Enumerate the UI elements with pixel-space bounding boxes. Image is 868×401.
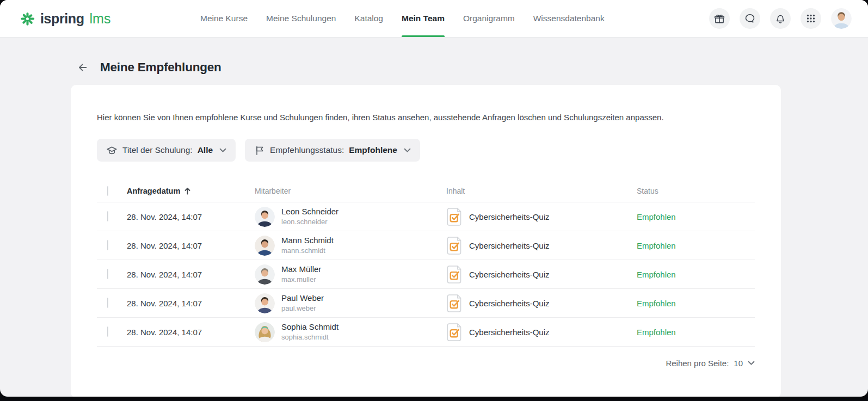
rows-per-page-label: Reihen pro Seite: bbox=[666, 359, 729, 368]
filter-label: Titel der Schulung: bbox=[122, 145, 193, 155]
logo-text: ispring bbox=[40, 11, 84, 27]
graduation-cap-icon bbox=[106, 145, 118, 156]
row-checkbox[interactable] bbox=[107, 269, 108, 279]
filters-row: Titel der Schulung:AlleEmpfehlungsstatus… bbox=[97, 139, 755, 162]
rows-per-page-control[interactable]: Reihen pro Seite: 10 bbox=[97, 359, 755, 368]
column-anfragedatum[interactable]: Anfragedatum bbox=[127, 187, 255, 195]
recommendations-table: Anfragedatum Mitarbeiter Inhalt Status 2… bbox=[97, 180, 755, 347]
filter-empfehlungsstatus[interactable]: Empfehlungsstatus:Empfohlene bbox=[245, 139, 420, 162]
request-date: 28. Nov. 2024, 14:07 bbox=[127, 299, 255, 308]
nav-item-meine-kurse[interactable]: Meine Kurse bbox=[200, 0, 248, 37]
status-label: Empfohlen bbox=[637, 241, 755, 250]
notifications-button[interactable] bbox=[770, 8, 791, 29]
row-checkbox[interactable] bbox=[107, 211, 108, 221]
nav-item-katalog[interactable]: Katalog bbox=[354, 0, 383, 37]
gift-icon bbox=[713, 13, 725, 24]
topbar-actions bbox=[709, 0, 852, 37]
content-title[interactable]: Cybersicherheits-Quiz bbox=[469, 328, 550, 337]
flag-icon bbox=[254, 145, 265, 156]
app-window: ispring lms Meine KurseMeine SchulungenK… bbox=[0, 0, 868, 397]
status-label: Empfohlen bbox=[637, 328, 755, 337]
back-arrow-icon bbox=[77, 61, 89, 73]
main-nav: Meine KurseMeine SchulungenKatalogMein T… bbox=[200, 0, 605, 37]
employee-username: sophia.schmidt bbox=[281, 333, 338, 342]
row-checkbox[interactable] bbox=[107, 326, 108, 337]
rows-per-page-value: 10 bbox=[734, 359, 743, 368]
user-avatar[interactable] bbox=[831, 8, 852, 29]
page-title: Meine Empfehlungen bbox=[100, 60, 221, 75]
select-all-checkbox[interactable] bbox=[107, 186, 108, 196]
content-title[interactable]: Cybersicherheits-Quiz bbox=[469, 270, 550, 279]
employee-avatar bbox=[255, 264, 275, 285]
column-status[interactable]: Status bbox=[637, 187, 755, 195]
employee-avatar bbox=[255, 236, 275, 256]
filter-titel-der-schulung[interactable]: Titel der Schulung:Alle bbox=[97, 139, 236, 162]
employee-name[interactable]: Mann Schmidt bbox=[281, 236, 334, 246]
content-title[interactable]: Cybersicherheits-Quiz bbox=[469, 212, 550, 221]
employee-avatar bbox=[255, 207, 275, 227]
status-label: Empfohlen bbox=[637, 299, 755, 308]
filter-label: Empfehlungsstatus: bbox=[270, 145, 344, 155]
bell-icon bbox=[774, 13, 786, 24]
filter-value: Alle bbox=[198, 145, 213, 155]
employee-username: paul.weber bbox=[281, 304, 324, 313]
row-checkbox[interactable] bbox=[107, 298, 108, 308]
back-button[interactable] bbox=[77, 61, 89, 73]
chat-icon bbox=[744, 13, 756, 24]
request-date: 28. Nov. 2024, 14:07 bbox=[127, 212, 255, 221]
content-title[interactable]: Cybersicherheits-Quiz bbox=[469, 241, 550, 250]
logo-suffix: lms bbox=[90, 11, 111, 27]
employee-username: leon.schneider bbox=[281, 218, 338, 226]
nav-item-organigramm[interactable]: Organigramm bbox=[463, 0, 515, 37]
quiz-document-icon bbox=[446, 294, 462, 312]
apps-button[interactable] bbox=[801, 8, 821, 29]
gift-button[interactable] bbox=[709, 8, 730, 29]
quiz-document-icon bbox=[446, 237, 462, 255]
chevron-down-icon bbox=[748, 361, 755, 366]
table-row: 28. Nov. 2024, 14:07Paul Weberpaul.weber… bbox=[97, 289, 755, 318]
content-title[interactable]: Cybersicherheits-Quiz bbox=[469, 299, 550, 308]
filter-value: Empfohlene bbox=[349, 145, 397, 155]
table-row: 28. Nov. 2024, 14:07Sophia Schmidtsophia… bbox=[97, 318, 755, 347]
messages-button[interactable] bbox=[740, 8, 760, 29]
employee-username: max.muller bbox=[281, 275, 321, 284]
status-label: Empfohlen bbox=[637, 270, 755, 279]
chevron-down-icon bbox=[404, 148, 411, 153]
request-date: 28. Nov. 2024, 14:07 bbox=[127, 270, 255, 279]
request-date: 28. Nov. 2024, 14:07 bbox=[127, 241, 255, 250]
quiz-document-icon bbox=[446, 208, 462, 226]
employee-name[interactable]: Paul Weber bbox=[281, 293, 324, 304]
ispring-burst-icon bbox=[20, 11, 35, 27]
table-body: 28. Nov. 2024, 14:07Leon Schneiderleon.s… bbox=[97, 202, 755, 347]
ispring-logo[interactable]: ispring lms bbox=[20, 0, 110, 37]
table-row: 28. Nov. 2024, 14:07Max Müllermax.muller… bbox=[97, 260, 755, 289]
nav-item-wissensdatenbank[interactable]: Wissensdatenbank bbox=[533, 0, 605, 37]
table-header: Anfragedatum Mitarbeiter Inhalt Status bbox=[97, 180, 755, 202]
employee-username: mann.schmidt bbox=[281, 246, 334, 255]
quiz-document-icon bbox=[446, 323, 462, 341]
table-row: 28. Nov. 2024, 14:07Mann Schmidtmann.sch… bbox=[97, 231, 755, 260]
nav-item-mein-team[interactable]: Mein Team bbox=[402, 0, 445, 37]
apps-grid-icon bbox=[805, 13, 817, 24]
table-row: 28. Nov. 2024, 14:07Leon Schneiderleon.s… bbox=[97, 202, 755, 231]
sort-ascending-icon bbox=[184, 187, 191, 195]
chevron-down-icon bbox=[219, 148, 226, 153]
recommendations-card: Hier können Sie von Ihnen empfohlene Kur… bbox=[71, 85, 781, 397]
quiz-document-icon bbox=[446, 266, 462, 283]
row-checkbox[interactable] bbox=[107, 240, 108, 250]
page-description: Hier können Sie von Ihnen empfohlene Kur… bbox=[97, 113, 755, 122]
employee-name[interactable]: Leon Schneider bbox=[281, 207, 338, 217]
page-header: Meine Empfehlungen bbox=[77, 59, 868, 76]
employee-avatar bbox=[255, 322, 275, 342]
employee-name[interactable]: Sophia Schmidt bbox=[281, 322, 338, 332]
nav-item-meine-schulungen[interactable]: Meine Schulungen bbox=[266, 0, 336, 37]
status-label: Empfohlen bbox=[637, 212, 755, 221]
column-inhalt[interactable]: Inhalt bbox=[446, 187, 637, 195]
request-date: 28. Nov. 2024, 14:07 bbox=[127, 328, 255, 337]
column-mitarbeiter[interactable]: Mitarbeiter bbox=[255, 187, 446, 195]
employee-name[interactable]: Max Müller bbox=[281, 264, 321, 275]
top-navigation-bar: ispring lms Meine KurseMeine SchulungenK… bbox=[0, 0, 868, 38]
employee-avatar bbox=[255, 293, 275, 313]
